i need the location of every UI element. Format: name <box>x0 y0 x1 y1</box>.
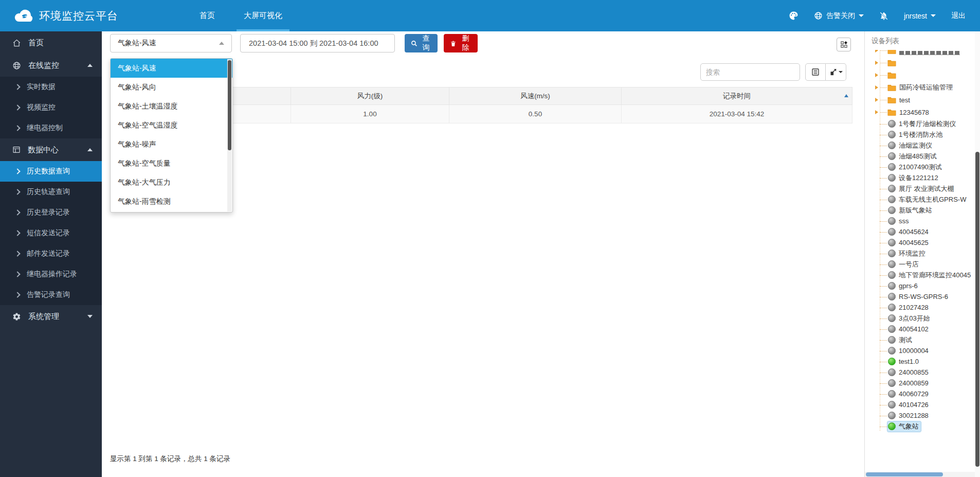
tree-node[interactable]: 一号店 <box>865 259 975 270</box>
sidebar-submenu: 历史数据查询历史轨迹查询历史登录记录短信发送记录邮件发送记录继电器操作记录告警记… <box>0 161 102 305</box>
tree-node[interactable]: 21027428 <box>865 302 975 313</box>
palette-icon[interactable] <box>789 11 798 21</box>
sidebar-subitem[interactable]: 视频监控 <box>0 97 102 118</box>
tree-node[interactable]: 展厅 农业测试大棚 <box>865 183 975 194</box>
delete-button[interactable]: 删除 <box>444 34 478 52</box>
sidebar-subitem[interactable]: 历史数据查询 <box>0 161 102 182</box>
tree-node[interactable]: gprs-6 <box>865 280 975 291</box>
dropdown-option[interactable]: 气象站-空气温湿度 <box>111 116 232 135</box>
tree-node[interactable]: sss <box>865 216 975 226</box>
dropdown-scrollbar-thumb[interactable] <box>228 60 231 150</box>
logout-button[interactable]: 退出 <box>951 11 966 21</box>
tree-node[interactable]: 设备1221212 <box>865 172 975 183</box>
alarm-status-dropdown[interactable]: 告警关闭 <box>814 11 864 21</box>
columns-icon <box>811 68 820 76</box>
tree-node[interactable]: 油烟485测试 <box>865 151 975 162</box>
sidebar-item-1[interactable]: 首页 <box>0 31 102 54</box>
tree-node[interactable]: 40045625 <box>865 237 975 248</box>
dropdown-option[interactable]: 气象站-土壤温湿度 <box>111 97 232 116</box>
trash-icon <box>450 40 457 47</box>
nav-item-2[interactable]: 大屏可视化 <box>229 0 297 31</box>
sidebar-subitem[interactable]: 邮件发送记录 <box>0 243 102 264</box>
tree-node[interactable]: 21007490测试 <box>865 162 975 172</box>
tree-node[interactable]: 环境监控 <box>865 248 975 259</box>
query-button-label: 查询 <box>421 34 431 52</box>
dropdown-option[interactable]: 气象站-空气质量 <box>111 154 232 173</box>
tree-node[interactable]: 12345678 <box>865 106 975 118</box>
sidebar-item-3[interactable]: 数据中心 <box>0 138 102 161</box>
tree-node[interactable]: 24000855 <box>865 367 975 378</box>
dropdown-option[interactable]: 气象站-雨雪检测 <box>111 192 232 211</box>
brand: 环境监控云平台 <box>0 8 154 24</box>
tree-node[interactable] <box>865 57 975 69</box>
tree-node[interactable]: test <box>865 94 975 106</box>
table-header-cell[interactable]: 风速(m/s) <box>449 87 622 105</box>
sidebar-item-4[interactable]: 系统管理 <box>0 305 102 328</box>
tree-node[interactable]: 30021288 <box>865 410 975 421</box>
sidebar-subitem[interactable]: 短信发送记录 <box>0 223 102 243</box>
tree-node[interactable]: 新版气象站 <box>865 205 975 216</box>
device-tree: 国药冷链运输管理test123456781号餐厅油烟检测仪1号楼消防水池油烟监测… <box>865 50 975 472</box>
tree-node[interactable] <box>865 50 975 57</box>
tree-node[interactable]: 40054102 <box>865 324 975 334</box>
tree-node[interactable]: 气象站 <box>865 421 975 432</box>
tree-node[interactable]: 1号餐厅油烟检测仪 <box>865 118 975 129</box>
table-header-cell[interactable]: 记录时间 <box>622 87 852 105</box>
tree-node[interactable]: 地下管廊环境监控40045 <box>865 270 975 280</box>
window-icon <box>12 146 21 154</box>
tree-node-label: 40054102 <box>899 325 929 333</box>
tree-node[interactable]: test1.0 <box>865 356 975 367</box>
device-panel-hscrollbar-thumb[interactable] <box>866 472 943 476</box>
table-header-cell[interactable]: 风力(级) <box>291 87 449 105</box>
alarm-status-label: 告警关闭 <box>826 11 855 21</box>
tree-node[interactable]: 24000859 <box>865 378 975 388</box>
device-offline-icon <box>888 142 896 149</box>
tree-node[interactable]: 10000004 <box>865 345 975 356</box>
dropdown-option[interactable]: 气象站-噪声 <box>111 135 232 154</box>
bell-slash-icon[interactable] <box>879 11 888 21</box>
export-dropdown-button[interactable] <box>826 63 846 81</box>
sidebar-subitem[interactable]: 历史登录记录 <box>0 202 102 223</box>
sidebar-subitem[interactable]: 历史轨迹查询 <box>0 182 102 202</box>
sidebar-item-2[interactable]: 在线监控 <box>0 54 102 77</box>
search-input[interactable] <box>700 63 800 81</box>
tree-node-label: 1号餐厅油烟检测仪 <box>899 119 956 129</box>
sidebar-subitem[interactable]: 继电器控制 <box>0 118 102 138</box>
table-cell: 1.00 <box>291 105 449 123</box>
device-offline-icon <box>888 325 896 333</box>
tree-node[interactable]: 40060729 <box>865 388 975 399</box>
dropdown-option[interactable]: 气象站-风速 <box>111 59 232 78</box>
chevron-down-icon <box>839 71 843 73</box>
tree-node[interactable]: RS-WS-GPRS-6 <box>865 291 975 302</box>
tree-node[interactable]: 国药冷链运输管理 <box>865 81 975 94</box>
tree-node[interactable]: 40104726 <box>865 399 975 410</box>
dropdown-option[interactable]: 气象站-风向 <box>111 78 232 97</box>
tree-node-label: 地下管廊环境监控40045 <box>899 271 971 280</box>
tree-node[interactable]: 1号楼消防水池 <box>865 129 975 140</box>
nav-item-1[interactable]: 首页 <box>185 0 229 31</box>
tree-node-label: test1.0 <box>899 358 919 365</box>
tree-node[interactable]: 3点03开始 <box>865 313 975 324</box>
device-offline-icon <box>888 347 896 355</box>
username: jnrstest <box>904 12 927 20</box>
tree-node-content: 10000004 <box>887 346 931 355</box>
sidebar-subitem[interactable]: 继电器操作记录 <box>0 264 102 285</box>
sidebar-subitem[interactable]: 实时数据 <box>0 77 102 97</box>
user-dropdown[interactable]: jnrstest <box>904 12 936 20</box>
tree-node[interactable] <box>865 69 975 81</box>
tree-node-content: 1号楼消防水池 <box>887 130 945 140</box>
layout-toggle-button[interactable] <box>837 38 851 51</box>
tree-node-label: 设备1221212 <box>899 173 938 183</box>
tree-node[interactable]: 油烟监测仪 <box>865 140 975 151</box>
query-button[interactable]: 查询 <box>405 34 438 52</box>
sensor-select[interactable]: 气象站-风速 <box>110 34 232 52</box>
tree-node[interactable]: 40045624 <box>865 226 975 237</box>
nav-menu: 首页大屏可视化 <box>185 0 297 31</box>
page-vscrollbar-thumb[interactable] <box>975 152 979 467</box>
sidebar-subitem[interactable]: 告警记录查询 <box>0 285 102 305</box>
columns-toggle-button[interactable] <box>805 63 826 81</box>
dropdown-option[interactable]: 气象站-大气压力 <box>111 173 232 192</box>
tree-node[interactable]: 测试 <box>865 334 975 345</box>
tree-node[interactable]: 车载无线主机GPRS-W <box>865 194 975 205</box>
date-range-input[interactable] <box>240 34 395 52</box>
